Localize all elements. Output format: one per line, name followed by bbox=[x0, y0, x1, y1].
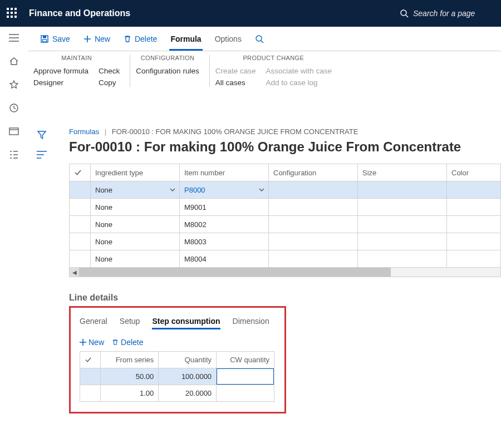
cell-ingredient-type[interactable]: None bbox=[91, 199, 180, 216]
cell-configuration[interactable] bbox=[269, 181, 358, 199]
chevron-down-icon[interactable] bbox=[169, 186, 176, 193]
cell-color[interactable] bbox=[447, 250, 501, 268]
cell-cw-quantity[interactable] bbox=[217, 368, 274, 385]
step-delete-button[interactable]: Delete bbox=[112, 338, 143, 347]
row-select-cell[interactable] bbox=[70, 216, 91, 233]
new-button[interactable]: New bbox=[77, 27, 117, 51]
trash-icon bbox=[112, 339, 119, 346]
column-item-number[interactable]: Item number bbox=[180, 164, 269, 181]
cell-size[interactable] bbox=[358, 199, 447, 216]
cell-size[interactable] bbox=[358, 181, 447, 199]
tab-dimension[interactable]: Dimension bbox=[233, 317, 269, 329]
cell-quantity[interactable]: 20.0000 bbox=[159, 385, 217, 402]
check-link[interactable]: Check bbox=[99, 67, 120, 75]
workspace-icon[interactable] bbox=[8, 126, 19, 137]
tab-options[interactable]: Options bbox=[208, 27, 248, 51]
modules-icon[interactable] bbox=[8, 149, 19, 160]
column-color[interactable]: Color bbox=[447, 164, 501, 181]
table-row[interactable]: 1.0020.0000 bbox=[80, 385, 274, 402]
svg-point-0 bbox=[401, 10, 406, 16]
cell-configuration[interactable] bbox=[269, 250, 358, 268]
designer-link[interactable]: Designer bbox=[33, 78, 89, 87]
star-icon[interactable] bbox=[8, 79, 19, 90]
page-title: For-00010 : For making 100% Orange Juice… bbox=[69, 139, 501, 155]
cell-ingredient-type[interactable]: None bbox=[91, 250, 180, 268]
cell-size[interactable] bbox=[358, 250, 447, 268]
cell-item-number[interactable]: P8000 bbox=[180, 181, 269, 199]
cell-ingredient-type[interactable]: None bbox=[91, 233, 180, 250]
global-search[interactable]: Search for a page bbox=[400, 4, 494, 22]
app-launcher-icon[interactable] bbox=[7, 8, 18, 19]
row-select-cell[interactable] bbox=[80, 368, 101, 385]
cell-color[interactable] bbox=[447, 181, 501, 199]
cell-item-number[interactable]: M9001 bbox=[180, 199, 269, 216]
column-configuration[interactable]: Configuration bbox=[269, 164, 358, 181]
cell-configuration[interactable] bbox=[269, 233, 358, 250]
cell-ingredient-type[interactable]: None bbox=[91, 216, 180, 233]
create-case-link: Create case bbox=[215, 67, 256, 75]
search-icon bbox=[400, 9, 409, 18]
cell-quantity[interactable]: 100.0000 bbox=[159, 368, 217, 385]
cell-size[interactable] bbox=[358, 233, 447, 250]
table-row[interactable]: 50.00100.0000 bbox=[80, 368, 274, 385]
cell-color[interactable] bbox=[447, 199, 501, 216]
cell-item-number[interactable]: M8002 bbox=[180, 216, 269, 233]
sort-lines-icon[interactable] bbox=[37, 151, 47, 159]
tab-setup[interactable]: Setup bbox=[120, 317, 140, 329]
cell-size[interactable] bbox=[358, 216, 447, 233]
configuration-rules-link[interactable]: Configuration rules bbox=[136, 67, 199, 75]
svg-rect-3 bbox=[43, 36, 46, 38]
row-select-cell[interactable] bbox=[70, 233, 91, 250]
ribbon-group-maintain: MAINTAIN Approve formula Designer Check … bbox=[33, 55, 130, 87]
column-select-all[interactable] bbox=[70, 164, 91, 181]
approve-formula-link[interactable]: Approve formula bbox=[33, 67, 89, 75]
tab-step-consumption[interactable]: Step consumption bbox=[152, 317, 220, 329]
svg-rect-4 bbox=[43, 40, 47, 42]
cell-cw-quantity[interactable] bbox=[217, 385, 274, 402]
tab-formula[interactable]: Formula bbox=[164, 27, 208, 51]
chevron-down-icon[interactable] bbox=[258, 186, 265, 193]
cell-configuration[interactable] bbox=[269, 199, 358, 216]
filter-icon[interactable] bbox=[37, 130, 47, 140]
row-select-cell[interactable] bbox=[70, 199, 91, 216]
search-button[interactable] bbox=[248, 27, 271, 51]
breadcrumb-root[interactable]: Formulas bbox=[69, 127, 99, 136]
add-to-case-log-link: Add to case log bbox=[266, 78, 332, 87]
save-button[interactable]: Save bbox=[33, 27, 77, 51]
cell-color[interactable] bbox=[447, 233, 501, 250]
home-icon[interactable] bbox=[8, 56, 19, 67]
scroll-thumb[interactable] bbox=[79, 268, 391, 277]
form-rail bbox=[28, 125, 56, 448]
row-select-cell[interactable] bbox=[80, 385, 101, 402]
delete-button[interactable]: Delete bbox=[117, 27, 164, 51]
scroll-left-arrow-icon[interactable]: ◀ bbox=[70, 268, 79, 277]
cell-configuration[interactable] bbox=[269, 216, 358, 233]
cell-ingredient-type[interactable]: None bbox=[91, 181, 180, 199]
table-row[interactable]: NoneM8004 bbox=[70, 250, 501, 268]
cell-color[interactable] bbox=[447, 216, 501, 233]
step-new-button[interactable]: New bbox=[80, 338, 104, 347]
table-row[interactable]: NoneM9001 bbox=[70, 199, 501, 216]
grid-horizontal-scrollbar[interactable]: ◀ bbox=[69, 268, 501, 277]
tab-general[interactable]: General bbox=[80, 317, 107, 329]
column-ingredient-type[interactable]: Ingredient type bbox=[91, 164, 180, 181]
copy-link[interactable]: Copy bbox=[99, 78, 120, 87]
cell-from-series[interactable]: 1.00 bbox=[101, 385, 159, 402]
step-column-from-series[interactable]: From series bbox=[101, 352, 159, 368]
table-row[interactable]: NoneM8003 bbox=[70, 233, 501, 250]
row-select-cell[interactable] bbox=[70, 181, 91, 199]
step-column-select-all[interactable] bbox=[80, 352, 101, 368]
column-size[interactable]: Size bbox=[358, 164, 447, 181]
all-cases-link[interactable]: All cases bbox=[215, 78, 256, 87]
cell-from-series[interactable]: 50.00 bbox=[101, 368, 159, 385]
recent-icon[interactable] bbox=[8, 102, 19, 114]
hamburger-icon[interactable] bbox=[8, 32, 19, 43]
table-row[interactable]: NoneP8000 bbox=[70, 181, 501, 199]
ribbon-group-label: CONFIGURATION bbox=[136, 55, 199, 61]
step-column-cw-quantity[interactable]: CW quantity bbox=[217, 352, 274, 368]
table-row[interactable]: NoneM8002 bbox=[70, 216, 501, 233]
cell-item-number[interactable]: M8003 bbox=[180, 233, 269, 250]
cell-item-number[interactable]: M8004 bbox=[180, 250, 269, 268]
row-select-cell[interactable] bbox=[70, 250, 91, 268]
step-column-quantity[interactable]: Quantity bbox=[159, 352, 217, 368]
